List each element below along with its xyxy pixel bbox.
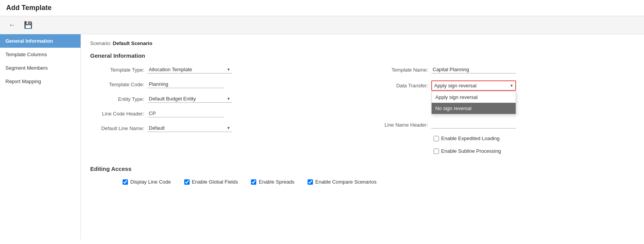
entity-type-select-wrapper: Default Budget Entity ▼ [147, 95, 232, 103]
template-type-row: Template Type: Allocation Template ▼ [90, 66, 351, 74]
line-code-header-label: Line Code Header: [90, 111, 144, 117]
template-name-input[interactable] [431, 66, 516, 74]
line-name-header-row: Line Name Header: [374, 121, 635, 129]
data-transfer-select-wrapper[interactable]: Apply sign reversal No sign reversal ▼ [431, 80, 516, 91]
sidebar-item-template-columns[interactable]: Template Columns [0, 48, 81, 61]
default-line-name-label: Default Line Name: [90, 125, 144, 131]
template-type-select[interactable]: Allocation Template [147, 66, 232, 73]
template-code-label: Template Code: [90, 82, 144, 87]
sidebar-item-segment-members[interactable]: Segment Members [0, 61, 81, 75]
form-left: Template Type: Allocation Template ▼ Tem… [90, 66, 351, 154]
entity-type-select[interactable]: Default Budget Entity [147, 95, 232, 102]
data-transfer-row: Data Transfer: Apply sign reversal No si… [374, 80, 635, 91]
main-layout: General Information Template Columns Seg… [0, 34, 644, 240]
entity-type-label: Entity Type: [90, 96, 144, 102]
page-title-bar: Add Template [0, 0, 644, 16]
enable-subline-row: Enable Subline Processing [432, 148, 635, 154]
data-transfer-select[interactable]: Apply sign reversal No sign reversal [432, 82, 515, 89]
editing-access-section: Editing Access Display Line Code Enable … [90, 165, 635, 185]
data-transfer-dropdown: Apply sign reversal No sign reversal [431, 91, 516, 114]
general-info-title: General Information [90, 52, 635, 59]
sidebar: General Information Template Columns Seg… [0, 34, 81, 240]
enable-expedited-checkbox[interactable] [434, 136, 439, 141]
default-line-name-select-wrapper: Default ▼ [147, 124, 232, 132]
default-line-name-select[interactable]: Default [147, 124, 232, 132]
form-grid: Template Type: Allocation Template ▼ Tem… [90, 66, 635, 154]
template-name-row: Template Name: [374, 66, 635, 74]
scenario-bar: Scenario: Default Scenario [90, 40, 635, 46]
enable-expedited-row: Enable Expedited Loading [432, 135, 635, 141]
enable-subline-label: Enable Subline Processing [434, 148, 501, 154]
display-line-code-checkbox[interactable] [123, 179, 128, 185]
enable-global-fields-label: Enable Global Fields [184, 179, 238, 185]
enable-spreads-checkbox[interactable] [251, 179, 256, 185]
dropdown-item-no-sign-reversal[interactable]: No sign reversal [432, 103, 516, 114]
sidebar-item-general-information[interactable]: General Information [0, 34, 81, 48]
line-code-header-input[interactable] [147, 110, 224, 117]
sidebar-item-report-mapping[interactable]: Report Mapping [0, 75, 81, 88]
template-code-row: Template Code: [90, 80, 351, 88]
dropdown-item-apply-sign-reversal[interactable]: Apply sign reversal [432, 92, 516, 103]
save-button[interactable]: 💾 [22, 19, 35, 31]
display-line-code-label: Display Line Code [123, 179, 171, 185]
back-button[interactable]: ← [6, 20, 18, 31]
scenario-value: Default Scenario [113, 40, 153, 46]
content-area: Scenario: Default Scenario General Infor… [81, 34, 644, 240]
toolbar: ← 💾 [0, 16, 644, 34]
enable-compare-scenarios-checkbox[interactable] [308, 179, 313, 185]
line-code-header-row: Line Code Header: [90, 110, 351, 117]
editing-access-title: Editing Access [90, 165, 635, 172]
enable-spreads-label: Enable Spreads [251, 179, 294, 185]
line-name-header-input[interactable] [431, 121, 516, 129]
editing-access-checks: Display Line Code Enable Global Fields E… [90, 179, 635, 185]
line-name-header-label: Line Name Header: [374, 122, 428, 128]
data-transfer-label: Data Transfer: [374, 83, 428, 89]
enable-global-fields-checkbox[interactable] [184, 179, 190, 185]
page-title: Add Template [6, 4, 52, 12]
template-type-label: Template Type: [90, 67, 144, 73]
entity-type-row: Entity Type: Default Budget Entity ▼ [90, 95, 351, 103]
default-line-name-row: Default Line Name: Default ▼ [90, 124, 351, 132]
form-right: Template Name: Data Transfer: Apply sign… [374, 66, 635, 154]
enable-compare-scenarios-label: Enable Compare Scenarios [308, 179, 377, 185]
enable-subline-checkbox[interactable] [434, 149, 439, 154]
template-code-input[interactable] [147, 80, 224, 88]
enable-expedited-label: Enable Expedited Loading [434, 135, 500, 141]
template-name-label: Template Name: [374, 67, 428, 73]
template-type-select-wrapper: Allocation Template ▼ [147, 66, 232, 74]
